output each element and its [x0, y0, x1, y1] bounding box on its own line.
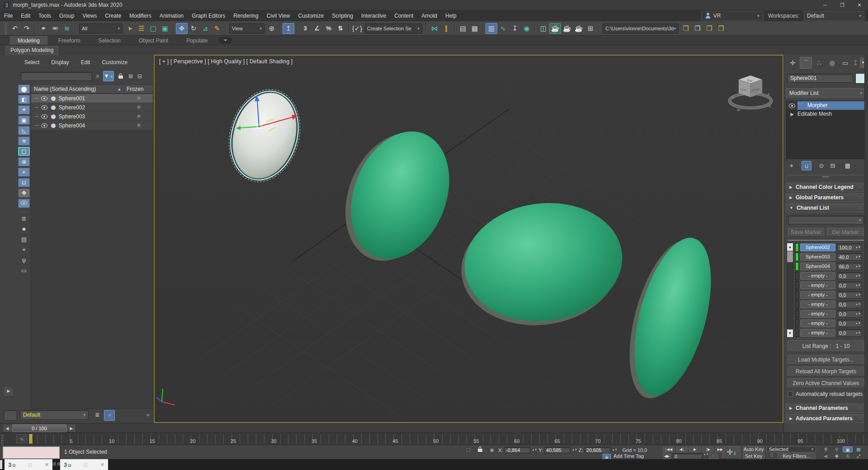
object-name-field[interactable]: Sphere001 [787, 74, 853, 83]
display-shapes-icon[interactable]: ◧ [18, 95, 30, 104]
sphere003-object[interactable] [454, 194, 629, 334]
channel-target-button[interactable]: Sphere004 [800, 263, 835, 270]
folder-view-icon[interactable]: ▭ [18, 266, 30, 275]
expand-panel-button[interactable]: ▶ [5, 387, 13, 395]
next-frame-arrow[interactable]: ▶ [68, 425, 75, 432]
ribbon-tab-selection[interactable]: Selection [91, 37, 127, 45]
channel-active-bar[interactable] [795, 300, 799, 309]
project-settings-icon[interactable]: ❒ [715, 23, 727, 34]
channel-value-spinner[interactable]: ▲▼ [855, 303, 861, 306]
marker-dropdown[interactable]: ▾ [788, 216, 864, 225]
channel-target-button[interactable]: Sphere002 [800, 244, 835, 251]
reload-all-morph-targets-button[interactable]: Reload All Morph Targets [788, 367, 864, 376]
ribbon-tab-object-paint[interactable]: Object Paint [132, 37, 175, 45]
display-space-warps-icon[interactable]: ≋ [18, 136, 30, 146]
sync-selection-icon[interactable]: ⊟ [136, 72, 144, 81]
channel-value-field[interactable]: 100,0▲▼ [837, 244, 862, 251]
channel-target-button[interactable]: Sphere003 [800, 253, 835, 261]
maxscript-mini-listener[interactable] [3, 446, 60, 459]
current-frame-field[interactable]: 0 [673, 453, 703, 459]
key-mode-toggle[interactable]: ◀▶ [663, 453, 671, 459]
orbit-icon[interactable]: ⟲ [843, 453, 853, 459]
user-account-dropdown[interactable]: VR ▾ [701, 11, 764, 21]
show-end-result-icon[interactable]: ∪ [802, 161, 811, 170]
more-options-chevron[interactable]: » [143, 410, 153, 420]
time-slider-handle[interactable]: 0 / 100 [12, 424, 67, 432]
menu-rendering[interactable]: Rendering [229, 11, 262, 21]
panel-scrollbar[interactable] [864, 55, 868, 432]
menu-tools[interactable]: Tools [34, 11, 55, 21]
toggle-ribbon-icon[interactable]: ▥ [486, 23, 497, 34]
channel-value-spinner[interactable]: ▲▼ [855, 275, 861, 277]
play-button[interactable]: ▶ [689, 446, 701, 452]
perspective-viewport[interactable]: TOP LEFT FRONT N E S W [ + ] [ Perspecti… [154, 55, 783, 423]
display-geometry-icon[interactable]: ⬤ [18, 85, 30, 94]
y-spinner[interactable]: ▲▼ [572, 449, 577, 451]
del-marker-button[interactable]: Del Marker [827, 228, 864, 237]
frozen-toggle-icon[interactable]: ❄ [125, 122, 153, 128]
menu-civil-view[interactable]: Civil View [263, 11, 294, 21]
load-multiple-targets-button[interactable]: Load Multiple Targets... [788, 355, 864, 365]
create-project-icon[interactable]: ❒ [692, 23, 703, 34]
fov-icon[interactable]: ⊲ [821, 453, 831, 459]
set-project-folder-icon[interactable]: ❒ [680, 23, 692, 34]
frozen-toggle-icon[interactable]: ❄ [125, 104, 153, 110]
utilities-tab-icon[interactable]: ⌶ [852, 57, 859, 69]
y-coordinate-field[interactable]: 40,585 [544, 447, 571, 453]
reference-coordinate-dropdown[interactable]: View▾ [229, 24, 264, 33]
auto-reload-checkbox[interactable] [788, 391, 793, 397]
compass-north-label[interactable]: N [731, 95, 734, 99]
edit-named-selection-sets-icon[interactable]: {✓} [351, 23, 363, 34]
named-selection-sets-dropdown[interactable]: Create Selection Se▾ [364, 24, 422, 33]
toggle-scene-explorer-icon[interactable]: ▤ [457, 23, 469, 34]
visibility-eye-icon[interactable] [41, 105, 47, 110]
selection-filter-dropdown[interactable]: All▾ [79, 24, 123, 33]
render-setup-icon[interactable]: ◫ [538, 23, 549, 34]
channel-target-button[interactable]: - empty - [800, 272, 835, 280]
list-range-button[interactable]: List Range : 1 - 10 [788, 340, 864, 352]
channel-value-spinner[interactable]: ▲▼ [855, 322, 861, 324]
explorer-object-list[interactable]: ·┈⬤Sphere001❄·┈⬤Sphere002❄·┈⬤Sphere003❄·… [31, 94, 153, 409]
grid-view-icon[interactable]: ■ [18, 225, 30, 234]
modifier-list-dropdown[interactable]: Modifier List ▾ [786, 88, 865, 98]
channel-target-button[interactable]: - empty - [800, 282, 835, 289]
channel-active-bar[interactable] [795, 243, 799, 252]
channel-active-bar[interactable] [795, 310, 799, 318]
stack-item-editable-mesh[interactable]: ▶Editable Mesh [787, 110, 865, 118]
channel-target-button[interactable]: - empty - [800, 320, 835, 327]
explorer-menu-customize[interactable]: Customize [97, 58, 132, 66]
channel-value-spinner[interactable]: ▲▼ [855, 246, 861, 249]
modifier-eye-icon[interactable] [787, 101, 797, 110]
current-frame-marker[interactable] [29, 434, 33, 444]
display-frozen-icon[interactable]: ✥ [18, 188, 30, 197]
rectangular-selection-region-icon[interactable]: ▢ [147, 23, 159, 34]
render-in-cloud-icon[interactable]: ☕ [573, 23, 585, 34]
frozen-toggle-icon[interactable]: ❄ [125, 113, 153, 119]
clear-search-icon[interactable]: ✕ [94, 72, 101, 81]
zero-active-channel-values-button[interactable]: Zero Active Channel Values [788, 378, 864, 388]
menu-edit[interactable]: Edit [17, 11, 34, 21]
project-from-scene-icon[interactable]: ❒ [703, 23, 715, 34]
arnold-renderview-icon[interactable]: ⊞ [585, 23, 596, 34]
explorer-search-input[interactable] [21, 72, 92, 81]
panel-splitter[interactable]: •••••• [788, 175, 863, 178]
zoom-extents-all-icon[interactable]: ▩ [854, 446, 863, 452]
sort-ascending-icon[interactable]: ▲ [118, 87, 121, 91]
scroll-down-icon[interactable]: ▼ [787, 329, 793, 337]
display-cameras-icon[interactable]: ▣ [18, 116, 30, 125]
menu-scripting[interactable]: Scripting [328, 11, 357, 21]
menu-views[interactable]: Views [78, 11, 101, 21]
redo-icon[interactable]: ↷ [21, 23, 33, 34]
menu-group[interactable]: Group [55, 11, 78, 21]
display-xrefs-icon[interactable]: ⊕ [18, 157, 30, 166]
modify-tab-icon[interactable]: ⌒ [800, 57, 812, 69]
sphere004-object[interactable] [615, 230, 726, 406]
ribbon-config-dropdown[interactable]: ⏷ [219, 37, 232, 44]
pin-explorer-icon[interactable]: ⌖ [18, 245, 30, 254]
menu-arnold[interactable]: Arnold [417, 11, 441, 21]
rollout-channel-color-legend[interactable]: ▶ Channel Color Legend ∷ [786, 183, 866, 192]
align-icon[interactable]: ∥ [440, 23, 452, 34]
pin-stack-icon[interactable]: ⌖ [787, 161, 797, 170]
channel-value-spinner[interactable]: ▲▼ [855, 256, 861, 258]
menu-create[interactable]: Create [101, 11, 125, 21]
